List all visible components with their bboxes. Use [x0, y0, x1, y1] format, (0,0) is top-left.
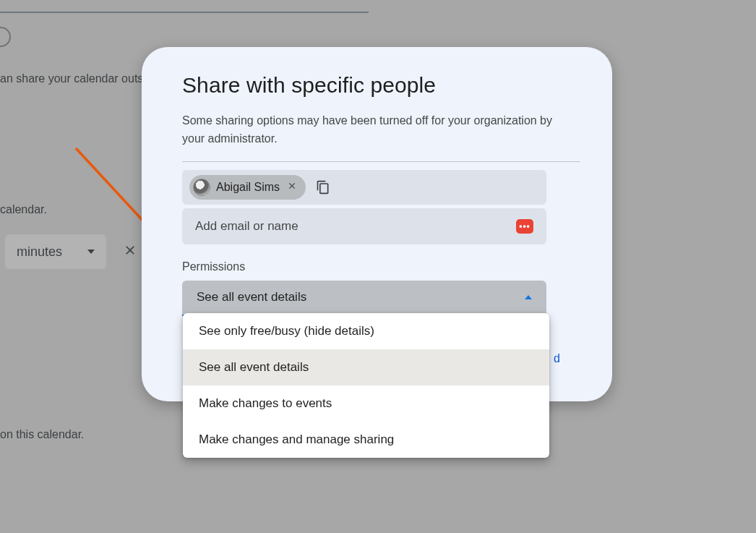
radio-outline[interactable]: [0, 27, 11, 47]
option-all-details[interactable]: See all event details: [183, 349, 549, 385]
chevron-up-icon: [525, 295, 532, 299]
add-person-input[interactable]: [195, 219, 516, 234]
permissions-selected-value: See all event details: [197, 290, 306, 304]
option-make-changes[interactable]: Make changes to events: [183, 385, 549, 422]
divider-line: [0, 12, 369, 13]
remove-chip-button[interactable]: [285, 181, 298, 194]
bg-text-calendar: calendar.: [0, 203, 47, 216]
permissions-label: Permissions: [182, 260, 580, 273]
avatar: [193, 179, 210, 196]
password-manager-icon[interactable]: •••: [516, 219, 533, 234]
dialog-title: Share with specific people: [182, 73, 580, 98]
copy-icon[interactable]: [316, 180, 330, 195]
permissions-dropdown: See only free/busy (hide details) See al…: [183, 313, 549, 458]
bg-text-on-calendar: on this calendar.: [0, 428, 85, 441]
dialog-note: Some sharing options may have been turne…: [182, 112, 558, 148]
people-chip-row: Abigail Sims: [182, 170, 546, 205]
remove-row-button[interactable]: [123, 243, 137, 262]
option-manage-sharing[interactable]: Make changes and manage sharing: [183, 422, 549, 458]
send-button-partial[interactable]: d: [554, 352, 560, 365]
divider: [182, 161, 580, 162]
add-person-input-row: •••: [182, 208, 546, 244]
chevron-down-icon: [87, 250, 95, 254]
minutes-label: minutes: [17, 244, 62, 260]
permissions-select[interactable]: See all event details: [182, 281, 546, 316]
option-free-busy[interactable]: See only free/busy (hide details): [183, 313, 549, 349]
bg-text-share-outside: an share your calendar outsi: [0, 72, 146, 85]
chip-label: Abigail Sims: [216, 181, 280, 194]
minutes-select[interactable]: minutes: [5, 234, 106, 269]
person-chip[interactable]: Abigail Sims: [189, 175, 306, 200]
